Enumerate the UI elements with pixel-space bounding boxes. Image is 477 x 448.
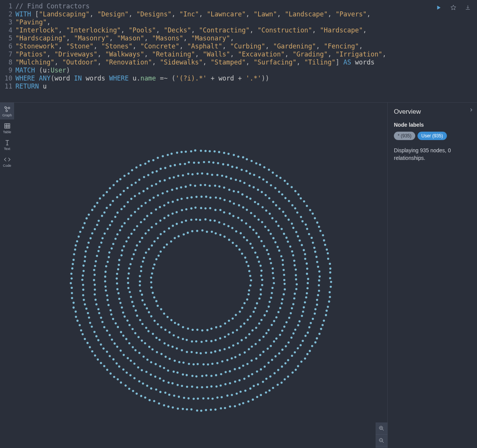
graph-node[interactable] — [150, 281, 152, 284]
graph-node[interactable] — [229, 405, 231, 408]
graph-node[interactable] — [117, 292, 119, 294]
graph-node[interactable] — [233, 190, 235, 192]
graph-node[interactable] — [253, 174, 255, 176]
graph-node[interactable] — [251, 329, 254, 331]
graph-node[interactable] — [180, 198, 183, 200]
graph-node[interactable] — [80, 329, 82, 332]
graph-node[interactable] — [104, 285, 106, 288]
graph-node[interactable] — [312, 317, 314, 320]
graph-node[interactable] — [271, 292, 273, 294]
graph-node[interactable] — [151, 292, 154, 294]
graph-node[interactable] — [141, 237, 143, 239]
graph-node[interactable] — [175, 211, 178, 213]
graph-node[interactable] — [203, 161, 205, 163]
graph-node[interactable] — [188, 161, 190, 163]
graph-node[interactable] — [287, 218, 290, 221]
graph-node[interactable] — [204, 218, 207, 221]
graph-node[interactable] — [249, 226, 251, 228]
graph-node[interactable] — [112, 358, 114, 360]
graph-node[interactable] — [82, 294, 84, 296]
graph-node[interactable] — [73, 253, 75, 255]
graph-node[interactable] — [86, 246, 88, 248]
graph-node[interactable] — [160, 353, 162, 355]
graph-node[interactable] — [260, 293, 262, 295]
graph-node[interactable] — [224, 383, 226, 385]
graph-node[interactable] — [260, 274, 262, 277]
graph-node[interactable] — [202, 363, 205, 365]
graph-node[interactable] — [127, 236, 130, 239]
graph-node[interactable] — [291, 186, 293, 188]
graph-node[interactable] — [143, 218, 146, 220]
graph-node[interactable] — [283, 293, 285, 295]
graph-node[interactable] — [154, 375, 156, 378]
graph-node[interactable] — [181, 174, 184, 176]
graph-node[interactable] — [284, 197, 286, 199]
graph-node[interactable] — [273, 372, 276, 374]
graph-node[interactable] — [114, 216, 116, 218]
graph-node[interactable] — [288, 316, 290, 319]
graph-node[interactable] — [291, 371, 294, 374]
graph-node[interactable] — [191, 173, 194, 175]
graph-node[interactable] — [303, 306, 305, 308]
graph-node[interactable] — [304, 335, 307, 337]
graph-node[interactable] — [252, 311, 255, 313]
graph-node[interactable] — [111, 338, 113, 341]
tab-text[interactable]: Text — [0, 136, 14, 153]
graph-node[interactable] — [192, 363, 194, 365]
graph-node[interactable] — [267, 229, 270, 231]
graph-node[interactable] — [215, 385, 217, 388]
graph-node[interactable] — [79, 230, 81, 233]
graph-node[interactable] — [190, 219, 192, 221]
graph-node[interactable] — [175, 187, 178, 190]
graph-node[interactable] — [260, 269, 262, 272]
graph-node[interactable] — [231, 227, 233, 229]
graph-node[interactable] — [246, 158, 248, 160]
graph-node[interactable] — [248, 184, 251, 187]
graph-node[interactable] — [139, 280, 141, 282]
graph-node[interactable] — [132, 346, 134, 348]
graph-node[interactable] — [132, 305, 135, 307]
graph-node[interactable] — [224, 322, 226, 324]
graph-node[interactable] — [243, 236, 245, 239]
graph-node[interactable] — [195, 218, 197, 221]
graph-node[interactable] — [262, 380, 264, 383]
graph-node[interactable] — [329, 296, 331, 298]
graph-node[interactable] — [231, 357, 233, 359]
graph-node[interactable] — [210, 340, 212, 342]
graph-node[interactable] — [268, 197, 270, 199]
graph-node[interactable] — [320, 328, 322, 330]
graph-node[interactable] — [329, 263, 331, 265]
graph-node[interactable] — [171, 382, 173, 384]
graph-node[interactable] — [250, 279, 252, 281]
graph-node[interactable] — [177, 408, 179, 410]
graph-node[interactable] — [252, 385, 255, 387]
graph-node[interactable] — [116, 272, 118, 275]
graph-node[interactable] — [96, 224, 98, 226]
graph-node[interactable] — [197, 397, 199, 400]
graph-node[interactable] — [177, 336, 179, 338]
graph-node[interactable] — [210, 351, 212, 353]
graph-node[interactable] — [270, 262, 272, 264]
graph-node[interactable] — [271, 267, 274, 269]
graph-node[interactable] — [169, 165, 172, 167]
graph-node[interactable] — [96, 201, 98, 204]
graph-node[interactable] — [265, 377, 267, 380]
graph-node[interactable] — [245, 222, 247, 224]
graph-node[interactable] — [165, 243, 168, 245]
graph-node[interactable] — [272, 201, 274, 203]
graph-node[interactable] — [269, 375, 271, 377]
graph-node[interactable] — [182, 326, 184, 328]
graph-node[interactable] — [241, 252, 243, 255]
graph-node[interactable] — [75, 316, 77, 318]
graph-node[interactable] — [255, 357, 257, 359]
graph-node[interactable] — [263, 365, 266, 367]
graph-node[interactable] — [166, 190, 168, 192]
graph-node[interactable] — [220, 407, 222, 409]
graph-node[interactable] — [210, 230, 213, 233]
tab-code[interactable]: Code — [0, 153, 14, 170]
graph-node[interactable] — [129, 263, 132, 265]
graph-node[interactable] — [209, 150, 211, 152]
graph-node[interactable] — [121, 249, 123, 251]
graph-node[interactable] — [187, 397, 190, 400]
graph-node[interactable] — [239, 325, 242, 327]
